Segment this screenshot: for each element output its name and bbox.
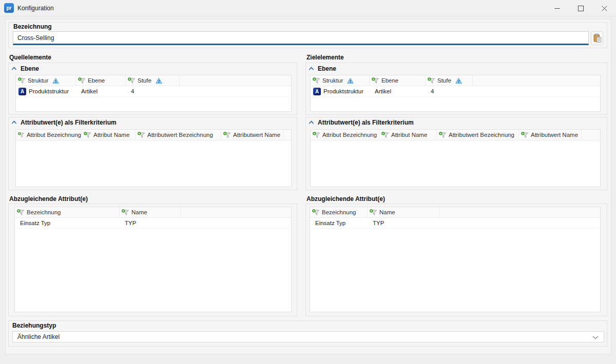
filter-icon[interactable] — [78, 77, 86, 84]
table-row[interactable]: Einsatz Typ TYP — [15, 218, 291, 229]
maximize-icon — [578, 6, 584, 11]
column-header-stufe[interactable]: Stufe 2 — [426, 75, 473, 86]
filter-icon[interactable] — [312, 209, 320, 216]
window-title: Konfiguration — [17, 5, 54, 12]
column-header-attributwert-bezeichnung[interactable]: Attributwert Bezeichnung — [136, 130, 221, 140]
source-ebene-table: Struktur 1 Ebene Stufe 2 A Produktstrukt… — [15, 75, 292, 112]
target-ebene-title: Ebene — [318, 65, 336, 72]
clipboard-icon — [592, 33, 602, 44]
svg-text:2: 2 — [158, 79, 160, 84]
sort-ascending-icon: 2 — [455, 78, 462, 84]
close-button[interactable] — [592, 0, 616, 16]
column-header-name[interactable]: Name — [120, 207, 181, 217]
sort-ascending-icon: 1 — [347, 78, 354, 84]
app-icon: pr — [4, 3, 14, 13]
column-header-attribut-name[interactable]: Attribut Name — [82, 130, 136, 140]
svg-text:1: 1 — [350, 79, 352, 84]
source-filter-table: Attribut Bezeichnung Attribut Name Attri… — [15, 129, 292, 187]
table-row[interactable]: A Produktstruktur Artikel 4 — [311, 86, 600, 97]
filter-icon[interactable] — [138, 132, 145, 138]
filter-icon[interactable] — [128, 77, 136, 84]
filter-icon[interactable] — [313, 77, 320, 84]
target-ebene-table: Struktur 1 Ebene Stufe 2 A Produktstrukt… — [310, 75, 601, 112]
column-header-empty — [180, 75, 291, 86]
target-filter-table: Attribut Bezeichnung Attribut Name Attri… — [310, 129, 601, 187]
source-abzugleichende-table: Bezeichnung Name Einsatz Typ TYP — [14, 207, 292, 312]
filter-icon[interactable] — [17, 209, 25, 216]
collapse-icon[interactable] — [11, 120, 17, 125]
filter-icon[interactable] — [18, 132, 25, 138]
minimize-button[interactable] — [545, 0, 569, 16]
column-header-attribut-bezeichnung[interactable]: Attribut Bezeichnung — [311, 130, 379, 140]
article-type-icon: A — [18, 88, 26, 95]
source-abzugleichende-title: Abzugleichende Attribut(e) — [9, 195, 88, 203]
filter-icon[interactable] — [372, 77, 379, 84]
column-header-name[interactable]: Name — [368, 207, 439, 217]
column-header-ebene[interactable]: Ebene — [76, 75, 126, 86]
column-header-bezeichnung[interactable]: Bezeichnung — [310, 207, 368, 217]
article-type-icon: A — [313, 88, 321, 95]
column-header-struktur[interactable]: Struktur 1 — [16, 75, 76, 86]
quellelemente-title: Quellelemente — [9, 54, 51, 61]
table-row[interactable]: Einsatz Typ TYP — [310, 218, 600, 229]
close-icon — [602, 6, 607, 11]
column-header-attributwert-bezeichnung[interactable]: Attributwert Bezeichnung — [437, 130, 519, 140]
table-row[interactable]: A Produktstruktur Artikel 4 — [16, 86, 291, 97]
filter-icon[interactable] — [381, 132, 389, 138]
source-ebene-title: Ebene — [21, 65, 39, 72]
filter-icon[interactable] — [521, 132, 529, 138]
filter-icon[interactable] — [370, 209, 377, 216]
filter-icon[interactable] — [18, 77, 26, 84]
svg-text:2: 2 — [457, 79, 459, 84]
target-abzugleichende-table: Bezeichnung Name Einsatz Typ TYP — [310, 207, 601, 312]
beziehungstyp-label: Beziehungstyp — [12, 322, 56, 329]
column-header-empty — [439, 207, 600, 217]
column-header-empty — [181, 207, 291, 217]
chevron-down-icon — [592, 336, 599, 339]
target-filter-title: Attributwert(e) als Filterkriterium — [318, 119, 414, 126]
column-header-attributwert-name[interactable]: Attributwert Name — [221, 130, 284, 140]
bezeichnung-label: Bezeichnung — [13, 23, 52, 30]
source-filter-title: Attributwert(e) als Filterkriterium — [21, 119, 117, 126]
column-header-empty — [582, 130, 600, 140]
column-header-bezeichnung[interactable]: Bezeichnung — [15, 207, 120, 217]
column-header-empty — [284, 130, 291, 140]
collapse-icon[interactable] — [309, 120, 314, 125]
collapse-icon[interactable] — [11, 67, 17, 71]
beziehungstyp-select[interactable]: Ähnliche Artikel — [12, 331, 604, 342]
minimize-icon — [554, 6, 560, 11]
maximize-button[interactable] — [569, 0, 592, 16]
paste-button[interactable] — [591, 31, 603, 45]
svg-text:1: 1 — [55, 79, 57, 84]
column-header-attribut-name[interactable]: Attribut Name — [379, 130, 437, 140]
zielelemente-title: Zielelemente — [306, 54, 344, 61]
column-header-ebene[interactable]: Ebene — [370, 75, 426, 86]
filter-icon[interactable] — [439, 132, 447, 138]
column-header-empty — [473, 75, 600, 86]
column-header-attribut-bezeichnung[interactable]: Attribut Bezeichnung — [16, 130, 82, 140]
filter-icon[interactable] — [223, 132, 231, 138]
filter-icon[interactable] — [84, 132, 91, 138]
collapse-icon[interactable] — [309, 67, 314, 71]
column-header-stufe[interactable]: Stufe 2 — [126, 75, 180, 86]
filter-icon[interactable] — [313, 132, 320, 138]
title-bar: pr Konfiguration — [0, 0, 616, 16]
filter-icon[interactable] — [428, 77, 435, 84]
column-header-struktur[interactable]: Struktur 1 — [311, 75, 370, 86]
target-abzugleichende-title: Abzugleichende Attribut(e) — [306, 195, 385, 203]
sort-ascending-icon: 1 — [52, 78, 59, 84]
sort-ascending-icon: 2 — [156, 78, 162, 84]
bezeichnung-input[interactable] — [13, 31, 589, 45]
column-header-attributwert-name[interactable]: Attributwert Name — [519, 130, 582, 140]
filter-icon[interactable] — [122, 209, 129, 216]
